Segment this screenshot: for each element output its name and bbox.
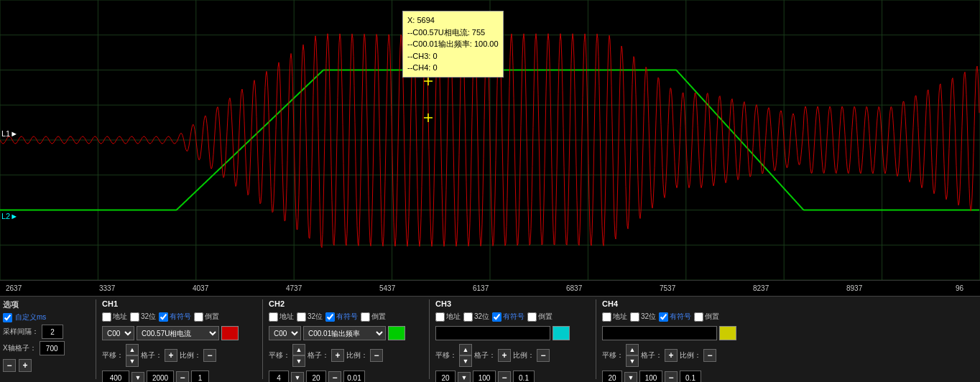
ch3-pingyi-input[interactable] [435, 371, 456, 382]
ch4-gezi-input[interactable] [639, 371, 662, 382]
ch3-bit32-label: 32位 [463, 312, 489, 322]
ch3-signed-checkbox[interactable] [492, 312, 501, 322]
ch1-pingyi-up[interactable]: ▲ [126, 344, 139, 355]
ch4-signed-checkbox[interactable] [659, 312, 668, 322]
ch2-signed-checkbox[interactable] [325, 312, 335, 322]
ch3-addr-checkbox[interactable] [435, 312, 445, 322]
ch4-pingyi-input[interactable] [602, 371, 622, 382]
ch4-pingyi-up[interactable]: ▲ [626, 344, 639, 355]
ch4-bili-minus[interactable]: − [703, 349, 716, 362]
ch1-pingyi-down[interactable]: ▼ [126, 355, 139, 367]
ch1-pingyi-down2[interactable]: ▼ [131, 372, 144, 382]
ch3-gezi-minus[interactable]: − [498, 371, 511, 382]
ch4-color-box[interactable] [719, 326, 736, 340]
ch3-section: CH3 地址 32位 有符号 倒置 平移： ▲ ▼ 格子： + 比例： − ▼ [431, 299, 596, 379]
ch4-bit32-checkbox[interactable] [630, 312, 639, 322]
ch2-bili-input[interactable] [343, 371, 365, 382]
ch1-color-box[interactable] [221, 326, 239, 340]
ch2-pingyi-down2[interactable]: ▼ [291, 372, 304, 382]
ch2-bili-minus[interactable]: − [370, 349, 383, 362]
ch3-color-box[interactable] [553, 326, 570, 340]
ch2-pingyi-down[interactable]: ▼ [292, 355, 305, 367]
ch1-pingyi-label: 平移： [102, 350, 124, 360]
ch4-gezi-minus[interactable]: − [665, 371, 678, 382]
ch2-pingyi-up[interactable]: ▲ [292, 344, 305, 355]
x-label-3: 4737 [286, 284, 302, 292]
options-pm: − + [3, 359, 91, 372]
ch2-device-select[interactable]: C00 [269, 326, 301, 340]
custom-ms-checkbox[interactable] [3, 313, 12, 322]
ch4-pingyi-down2[interactable]: ▼ [624, 372, 637, 382]
ch4-gezi-plus[interactable]: + [665, 349, 678, 362]
ch3-pingyi-down[interactable]: ▼ [459, 355, 472, 367]
tooltip-ch2: --C00.01输出频率: 100.00 [407, 38, 499, 50]
ch1-device-select[interactable]: C00 [102, 326, 134, 340]
x-label-4: 5437 [379, 284, 395, 292]
ch1-addr-checkbox[interactable] [102, 312, 111, 322]
ch1-gezi-label: 格子： [141, 350, 162, 360]
ch3-invert-label: 倒置 [527, 312, 553, 322]
ch3-pingyi-up[interactable]: ▲ [459, 344, 472, 355]
ch2-signal-select[interactable]: C00.01输出频率 [303, 326, 386, 340]
ch3-checkboxes: 地址 32位 有符号 倒置 [435, 312, 591, 322]
ch2-gezi-plus[interactable]: + [331, 349, 344, 362]
x-axis: 2637 3337 4037 4737 5437 6137 6837 7537 … [0, 280, 980, 296]
ch4-values-row: ▼ − [602, 371, 759, 382]
ch3-bit32-checkbox[interactable] [463, 312, 473, 322]
options-title: 选项 [3, 299, 91, 310]
x-label-10: 96 [956, 284, 963, 292]
ch3-gezi-plus[interactable]: + [498, 349, 511, 362]
xaxis-row: X轴格子： [3, 341, 91, 355]
ch1-bili-minus[interactable]: − [203, 349, 216, 362]
ch1-gezi-minus[interactable]: − [176, 371, 189, 382]
ch2-pingyi-input[interactable] [269, 371, 289, 382]
ch2-gezi-input[interactable] [306, 371, 326, 382]
ch4-signal-row [602, 326, 759, 340]
xaxis-input[interactable] [40, 341, 65, 355]
ch3-signal-input[interactable] [435, 326, 550, 340]
xaxis-label: X轴格子： [3, 343, 37, 353]
ch4-section: CH4 地址 32位 有符号 倒置 平移： ▲ ▼ 格子： + 比例： − ▼ [598, 299, 763, 379]
ch3-bili-label: 比例： [513, 350, 535, 360]
ch4-invert-checkbox[interactable] [694, 312, 703, 322]
ch3-signed-label: 有符号 [492, 312, 524, 322]
ch3-bili-input[interactable] [513, 371, 535, 382]
ch1-signal-select[interactable]: C00.57U相电流 [137, 326, 219, 340]
options-minus-btn[interactable]: − [3, 359, 16, 372]
ch3-values-row: ▼ − [435, 371, 591, 382]
ch4-addr-checkbox[interactable] [602, 312, 611, 322]
ch2-bit32-checkbox[interactable] [297, 312, 306, 322]
ch3-pingyi-down2[interactable]: ▼ [458, 372, 471, 382]
ch3-bili-minus[interactable]: − [537, 349, 550, 362]
ch1-addr-label: 地址 [102, 312, 127, 322]
l2-label: L2► [1, 212, 18, 220]
ch2-adjust-row: 平移： ▲ ▼ 格子： + 比例： − [269, 344, 425, 367]
ch3-signal-row [435, 326, 591, 340]
ch2-addr-checkbox[interactable] [269, 312, 278, 322]
ch1-signed-checkbox[interactable] [159, 312, 168, 322]
ch1-bili-input[interactable] [191, 371, 209, 382]
ch4-pingyi-down[interactable]: ▼ [626, 355, 639, 367]
ch2-invert-label: 倒置 [361, 312, 386, 322]
ch1-invert-checkbox[interactable] [194, 312, 203, 322]
ch2-title: CH2 [269, 299, 425, 308]
ch2-invert-checkbox[interactable] [361, 312, 370, 322]
x-label-6: 6837 [566, 284, 582, 292]
ch2-gezi-minus[interactable]: − [328, 371, 341, 382]
ch2-pingyi-label: 平移： [269, 350, 290, 360]
ch1-gezi-plus[interactable]: + [165, 349, 177, 362]
ch4-signal-input[interactable] [602, 326, 717, 340]
ch1-title: CH1 [102, 299, 258, 308]
ch1-bit32-checkbox[interactable] [130, 312, 139, 322]
sample-input[interactable]: 2 [42, 325, 63, 339]
ch3-invert-checkbox[interactable] [527, 312, 537, 322]
ch1-pingyi-input[interactable] [102, 371, 129, 382]
ch3-gezi-input[interactable] [473, 371, 496, 382]
ch2-color-box[interactable] [388, 326, 405, 340]
sample-row: 采样间隔： 2 [3, 325, 91, 339]
ch1-gezi-input[interactable] [147, 371, 174, 382]
ch4-bili-input[interactable] [680, 371, 701, 382]
ch2-gezi-label: 格子： [308, 350, 329, 360]
options-plus-btn[interactable]: + [19, 359, 32, 372]
ch4-bili-label: 比例： [680, 350, 701, 360]
